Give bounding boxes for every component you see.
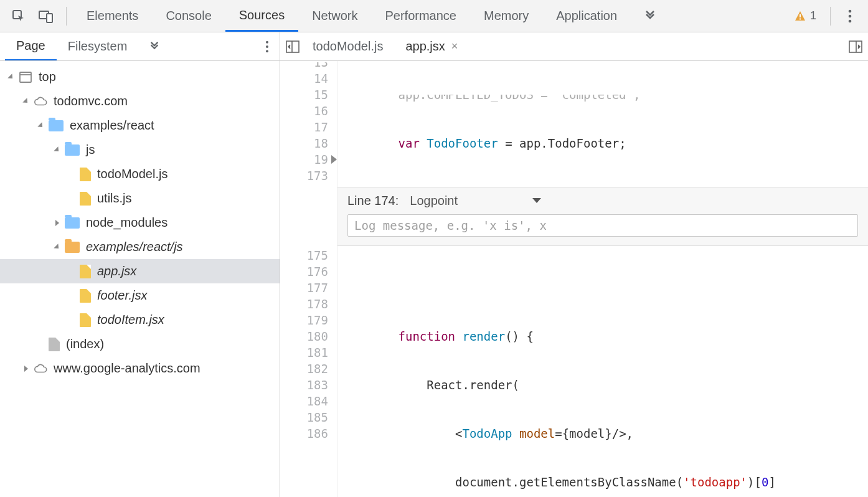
editor-tab[interactable]: app.jsx × <box>394 32 469 60</box>
line-number[interactable]: 13 <box>280 62 328 70</box>
line-number[interactable]: 184 <box>280 393 328 409</box>
tree-label: js <box>86 143 95 157</box>
code-line[interactable]: function render() { <box>341 328 868 344</box>
tree-label: todomvc.com <box>54 94 128 108</box>
tree-label: todoModel.js <box>97 167 167 181</box>
code-line[interactable]: document.getElementsByClassName('todoapp… <box>341 474 868 490</box>
gutter[interactable]: 175 176 177 178 179 180 181 182 183 184 … <box>280 246 337 497</box>
separator <box>66 7 67 26</box>
logpoint-input[interactable] <box>347 214 858 237</box>
tree-file[interactable]: (index) <box>0 332 280 356</box>
tree-file[interactable]: utils.js <box>0 186 280 211</box>
line-number[interactable]: 14 <box>280 70 328 87</box>
logpoint-line-label: Line 174: <box>347 194 399 208</box>
tree-folder[interactable]: examples/react <box>0 113 280 138</box>
device-toggle-icon[interactable] <box>35 5 57 27</box>
tree-file[interactable]: app.jsx <box>0 259 280 283</box>
tree-folder[interactable]: node_modules <box>0 211 280 235</box>
line-number[interactable]: 17 <box>280 119 328 135</box>
twisty-icon[interactable] <box>21 97 31 107</box>
line-number[interactable]: 175 <box>280 247 328 263</box>
sidebar-tabs-overflow[interactable] <box>138 32 171 60</box>
svg-point-7 <box>849 19 852 22</box>
tab-memory[interactable]: Memory <box>470 0 542 32</box>
file-tree: top todomvc.com examples/react js <box>0 61 280 497</box>
warnings-badge[interactable]: 1 <box>794 9 816 22</box>
line-number[interactable]: 181 <box>280 344 328 361</box>
code-body[interactable]: app.COMPLETED_TODOS = 'completed'; var T… <box>337 61 868 187</box>
toolbar-menu-icon[interactable] <box>841 7 859 26</box>
tree-file[interactable]: footer.jsx <box>0 283 280 308</box>
tree-domain[interactable]: todomvc.com <box>0 89 280 113</box>
tab-console[interactable]: Console <box>152 0 225 32</box>
svg-rect-2 <box>47 14 52 22</box>
tabs-overflow[interactable] <box>631 0 669 32</box>
tree-label: node_modules <box>86 215 167 230</box>
code-line[interactable]: React.render( <box>341 377 868 393</box>
code-editor[interactable]: 13 14 15 16 17 18 19 173 174 app.COMPLET… <box>280 61 868 187</box>
twisty-icon[interactable] <box>52 145 62 155</box>
fold-arrow-icon[interactable] <box>331 155 337 164</box>
breakpoint-type-select[interactable]: Logpoint <box>410 194 541 208</box>
line-number[interactable]: 179 <box>280 312 328 328</box>
line-number[interactable]: 173 <box>280 168 328 184</box>
line-number[interactable]: 19 <box>280 151 328 168</box>
tab-elements[interactable]: Elements <box>73 0 152 32</box>
line-number[interactable]: 16 <box>280 103 328 119</box>
tree-folder[interactable]: examples/react/js <box>0 235 280 259</box>
tab-network[interactable]: Network <box>298 0 371 32</box>
twisty-icon[interactable] <box>6 72 16 82</box>
logpoint-panel: Line 174: Logpoint <box>337 187 868 246</box>
line-number[interactable]: 186 <box>280 425 328 442</box>
tree-folder[interactable]: js <box>0 138 280 162</box>
tab-performance[interactable]: Performance <box>372 0 471 32</box>
line-number[interactable]: 15 <box>280 87 328 103</box>
close-icon[interactable]: × <box>451 40 458 53</box>
twisty-icon[interactable] <box>52 218 62 228</box>
tab-application[interactable]: Application <box>542 0 631 32</box>
svg-rect-3 <box>800 14 801 17</box>
frame-icon <box>19 70 32 84</box>
line-number[interactable]: 180 <box>280 328 328 344</box>
line-number[interactable]: 178 <box>280 296 328 312</box>
twisty-icon[interactable] <box>52 242 62 252</box>
twisty-icon[interactable] <box>36 121 46 131</box>
code-line[interactable]: var TodoFooter = app.TodoFooter; <box>341 135 868 151</box>
editor-panel: todoModel.js app.jsx × 13 14 15 16 17 <box>280 32 868 497</box>
sidebar-menu-icon[interactable] <box>255 40 280 53</box>
svg-rect-11 <box>20 72 31 82</box>
line-number[interactable]: 183 <box>280 377 328 393</box>
inspect-icon[interactable] <box>7 5 30 27</box>
tree-label: app.jsx <box>97 264 136 278</box>
editor-tabs: todoModel.js app.jsx × <box>280 32 868 61</box>
line-number[interactable]: 18 <box>280 135 328 151</box>
tree-label: examples/react <box>70 118 154 133</box>
code-editor[interactable]: 175 176 177 178 179 180 181 182 183 184 … <box>280 246 868 497</box>
twisty-icon[interactable] <box>21 364 31 374</box>
code-line[interactable]: <TodoApp model={model}/>, <box>341 425 868 442</box>
line-number[interactable]: 182 <box>280 361 328 377</box>
gutter[interactable]: 13 14 15 16 17 18 19 173 174 <box>280 61 337 187</box>
cloud-icon <box>34 95 47 108</box>
tree-top[interactable]: top <box>0 65 280 89</box>
line-number[interactable]: 177 <box>280 280 328 296</box>
line-number[interactable]: 185 <box>280 409 328 425</box>
code-line[interactable]: app.COMPLETED_TODOS = 'completed'; <box>341 95 868 103</box>
editor-tab[interactable]: todoModel.js <box>301 32 394 60</box>
show-debugger-icon[interactable] <box>847 38 864 55</box>
line-number[interactable]: 174 <box>280 184 328 187</box>
line-number[interactable]: 176 <box>280 263 328 280</box>
file-icon <box>80 289 91 303</box>
tab-sources[interactable]: Sources <box>225 0 298 32</box>
tree-domain[interactable]: www.google-analytics.com <box>0 356 280 381</box>
code-body[interactable]: function render() { React.render( <TodoA… <box>337 246 868 497</box>
tree-file[interactable]: todoModel.js <box>0 162 280 186</box>
sidebar-tab-filesystem[interactable]: Filesystem <box>57 32 139 60</box>
folder-icon <box>65 242 80 253</box>
svg-rect-4 <box>800 18 801 19</box>
tree-file[interactable]: todoItem.jsx <box>0 308 280 332</box>
sidebar-tab-page[interactable]: Page <box>5 32 57 60</box>
show-navigator-icon[interactable] <box>284 38 301 55</box>
code-line[interactable] <box>341 280 868 296</box>
tree-label: top <box>39 70 56 84</box>
